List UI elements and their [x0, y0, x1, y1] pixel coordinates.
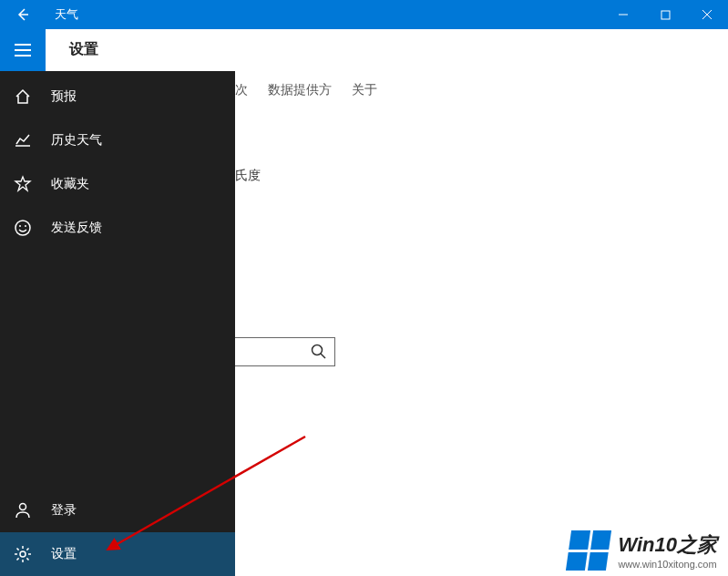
svg-point-5 — [20, 504, 26, 510]
tab-partial[interactable]: 次 — [235, 82, 248, 98]
svg-point-4 — [25, 225, 26, 227]
arrow-left-icon — [15, 7, 30, 22]
sidebar-item-favorites[interactable]: 收藏夹 — [0, 162, 235, 206]
sidebar-item-label: 发送反馈 — [51, 220, 102, 236]
gear-icon — [13, 544, 33, 564]
page-title: 设置 — [46, 40, 98, 59]
sidebar-item-label: 预报 — [51, 88, 77, 105]
watermark: Win10之家 www.win10xitong.com — [569, 530, 717, 571]
sidebar-item-label: 登录 — [51, 502, 77, 519]
close-icon — [702, 9, 713, 20]
sidebar-item-settings[interactable]: 设置 — [0, 532, 235, 576]
sidebar-item-signin[interactable]: 登录 — [0, 489, 235, 532]
app-title: 天气 — [46, 6, 78, 23]
sidebar-item-label: 历史天气 — [51, 132, 102, 149]
maximize-icon — [661, 10, 671, 20]
person-icon — [13, 500, 33, 520]
search-icon — [311, 344, 327, 360]
smile-icon — [13, 218, 33, 238]
chart-icon — [13, 130, 33, 150]
nav-tabs: 次 数据提供方 关于 — [235, 82, 377, 98]
search-input[interactable] — [235, 337, 335, 366]
sidebar: 预报 历史天气 收藏夹 发送反馈 — [0, 71, 235, 576]
svg-point-1 — [313, 345, 323, 355]
sidebar-item-label: 设置 — [51, 546, 77, 562]
sidebar-item-label: 收藏夹 — [51, 176, 89, 192]
tab-about[interactable]: 关于 — [352, 82, 377, 98]
svg-point-2 — [15, 221, 30, 235]
svg-rect-0 — [661, 11, 670, 19]
subheader: 设置 — [0, 29, 728, 71]
hamburger-icon — [15, 44, 31, 57]
svg-point-3 — [19, 225, 21, 227]
sidebar-item-feedback[interactable]: 发送反馈 — [0, 206, 235, 250]
minimize-icon — [618, 9, 629, 20]
svg-point-6 — [20, 551, 26, 557]
watermark-url: www.win10xitong.com — [618, 559, 717, 570]
titlebar: 天气 — [0, 0, 728, 29]
home-icon — [13, 87, 33, 107]
minimize-button[interactable] — [602, 0, 644, 29]
unit-label: 氏度 — [235, 168, 261, 184]
back-button[interactable] — [0, 0, 46, 29]
tab-data-provider[interactable]: 数据提供方 — [268, 82, 332, 98]
sidebar-item-history[interactable]: 历史天气 — [0, 118, 235, 162]
sidebar-item-forecast[interactable]: 预报 — [0, 75, 235, 118]
windows-logo-icon — [566, 530, 611, 571]
maximize-button[interactable] — [644, 0, 686, 29]
body: 次 数据提供方 关于 氏度 预报 历史天气 — [0, 71, 728, 576]
hamburger-button[interactable] — [0, 29, 46, 71]
watermark-title: Win10之家 — [618, 531, 717, 559]
close-button[interactable] — [686, 0, 728, 29]
star-icon — [13, 174, 33, 194]
